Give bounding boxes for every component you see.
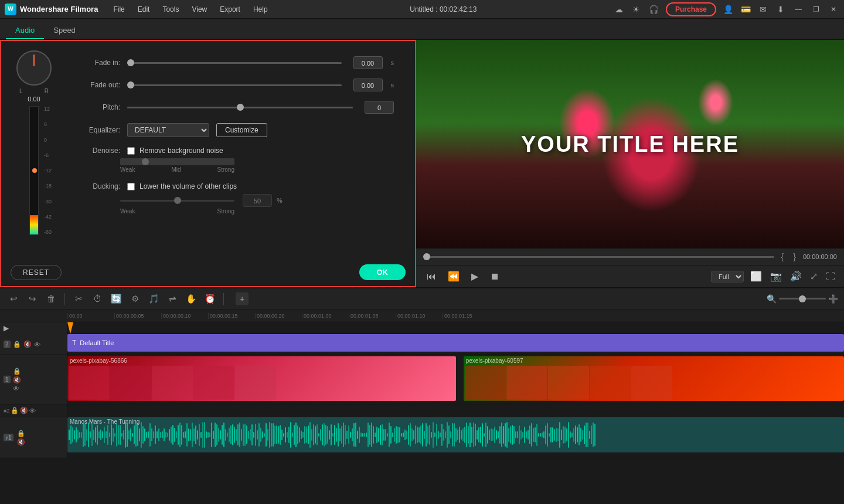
wave-bar-242	[494, 427, 495, 444]
wave-bar-22	[107, 425, 108, 445]
audio-clip[interactable]: Manos Mars - The Tunning	[67, 417, 844, 452]
v2-mute[interactable]: 🔇	[20, 407, 28, 414]
menu-view[interactable]: View	[186, 3, 213, 16]
redo-button[interactable]: ↪	[25, 291, 40, 307]
fade-out-value[interactable]: 0.00	[353, 79, 383, 91]
wave-bar-129	[295, 423, 297, 447]
wave-bar-151	[334, 425, 335, 445]
pitch-value[interactable]: 0	[365, 101, 394, 114]
video-clip-rose[interactable]: pexels-pixabay-56866	[67, 356, 456, 401]
wave-bar-148	[329, 430, 330, 440]
play-button[interactable]: ▶	[468, 269, 482, 284]
ducking-value[interactable]: 50	[243, 194, 272, 207]
audio-btn[interactable]: 🎵	[146, 291, 161, 307]
menu-help[interactable]: Help	[247, 3, 274, 16]
volume-knob[interactable]	[16, 50, 52, 86]
undo-button[interactable]: ↩	[6, 291, 21, 307]
v2-eye[interactable]: 👁	[29, 407, 36, 414]
wave-bar-292	[582, 430, 583, 440]
equalizer-select[interactable]: DEFAULT Classical Club Dance	[127, 123, 209, 137]
minimize-button[interactable]: —	[792, 4, 804, 15]
denoise-checkbox-row: Remove background noise	[127, 147, 223, 155]
video-lock-icon[interactable]: 🔒	[13, 367, 21, 375]
delete-button[interactable]: 🗑	[43, 291, 59, 307]
volume-icon[interactable]: 🔊	[788, 269, 804, 284]
fade-in-slider[interactable]	[127, 62, 342, 64]
title-eye-icon[interactable]: 👁	[34, 341, 40, 348]
wave-bar-123	[285, 427, 286, 442]
mail-icon[interactable]: ✉	[757, 4, 769, 15]
credit-icon[interactable]: 💳	[740, 4, 751, 15]
close-button[interactable]: ✕	[828, 4, 839, 15]
fade-out-slider[interactable]	[127, 84, 342, 86]
wave-bar-232	[477, 430, 478, 440]
menu-edit[interactable]: Edit	[132, 3, 156, 16]
adjust-button[interactable]: ⚙	[127, 291, 142, 307]
wave-bar-136	[308, 425, 309, 444]
hand-btn[interactable]: ✋	[183, 291, 199, 307]
v2-lock[interactable]: 🔒	[11, 407, 19, 414]
ducking-slider[interactable]	[120, 200, 234, 202]
tab-speed[interactable]: Speed	[44, 22, 85, 39]
step-back-button[interactable]: ⏪	[444, 269, 463, 284]
wave-bar-13	[91, 424, 93, 446]
wave-bar-161	[352, 428, 353, 441]
wave-bar-56	[167, 433, 168, 438]
menu-tools[interactable]: Tools	[156, 3, 185, 16]
wave-bar-235	[482, 423, 483, 447]
purchase-button[interactable]: Purchase	[666, 2, 716, 16]
aspect-ratio-icon[interactable]: ⬜	[748, 269, 764, 284]
denoise-checkbox[interactable]	[127, 147, 135, 155]
seek-slider[interactable]	[423, 256, 774, 258]
wave-bar-222	[459, 427, 460, 443]
fullscreen-icon[interactable]: ⛶	[824, 270, 837, 284]
reset-button[interactable]: RESET	[11, 265, 62, 280]
fade-in-value[interactable]: 0.00	[353, 56, 383, 69]
customize-button[interactable]: Customize	[216, 123, 267, 137]
cloud-icon[interactable]: ☁	[613, 4, 625, 15]
title-mute-icon[interactable]: 🔇	[23, 340, 32, 348]
headset-icon[interactable]: 🎧	[648, 4, 660, 15]
loop-button[interactable]: 🔄	[108, 291, 124, 307]
add-track-button[interactable]: +	[236, 292, 249, 305]
ducking-checkbox[interactable]	[127, 183, 135, 190]
wave-bar-11	[88, 423, 89, 447]
screenshot-icon[interactable]: 📷	[768, 269, 784, 284]
bracket-left[interactable]: {	[779, 252, 787, 261]
video-mute-icon[interactable]: 🔇	[13, 376, 21, 384]
stop-button[interactable]: ⏹	[486, 270, 503, 284]
menu-file[interactable]: File	[107, 3, 130, 16]
cut-button[interactable]: ✂	[71, 291, 86, 307]
wave-bar-202	[424, 431, 425, 439]
denoise-slider[interactable]	[120, 158, 234, 165]
pitch-slider[interactable]	[127, 107, 353, 108]
ok-button[interactable]: OK	[359, 264, 406, 280]
history-btn[interactable]: ⏰	[202, 291, 217, 307]
restore-button[interactable]: ❐	[810, 4, 822, 15]
tab-audio[interactable]: Audio	[6, 22, 44, 39]
wave-bar-200	[420, 425, 421, 444]
pip-icon[interactable]: ⤢	[808, 269, 819, 284]
zoom-in-icon[interactable]: ➕	[828, 294, 838, 304]
lock-icon[interactable]: 🔒	[13, 340, 21, 348]
download-icon[interactable]: ⬇	[775, 4, 787, 15]
video-eye-icon[interactable]: 👁	[13, 385, 21, 392]
quality-select[interactable]: Full 1/2 1/4	[711, 271, 744, 282]
menu-export[interactable]: Export	[214, 3, 246, 16]
zoom-out-icon[interactable]: 🔍	[767, 294, 777, 304]
skip-back-button[interactable]: ⏮	[423, 270, 440, 284]
user-icon[interactable]: 👤	[722, 4, 734, 15]
wave-bar-149	[331, 424, 332, 445]
wave-bar-192	[406, 431, 407, 440]
wave-bar-182	[389, 423, 390, 447]
sun-icon[interactable]: ☀	[631, 4, 642, 15]
audio-mute-icon[interactable]: 🔇	[17, 438, 25, 446]
zoom-slider[interactable]	[779, 298, 826, 299]
video-clip-dahlia[interactable]: pexels-pixabay-60597	[464, 356, 844, 401]
zoom-controls: 🔍 ➕	[767, 294, 838, 304]
title-clip[interactable]: T Default Title	[67, 334, 844, 352]
speed-button[interactable]: ⏱	[90, 291, 105, 307]
bracket-right[interactable]: }	[791, 252, 798, 261]
transition-btn[interactable]: ⇌	[165, 291, 180, 307]
audio-lock-icon[interactable]: 🔒	[17, 430, 25, 437]
